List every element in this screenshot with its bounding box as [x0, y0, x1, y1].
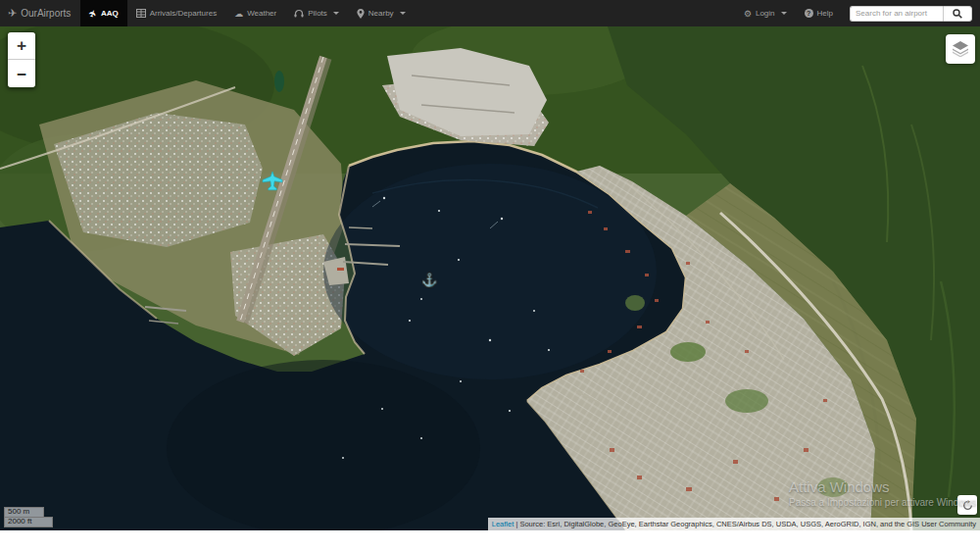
- page-bottom-whitespace: [0, 530, 980, 551]
- nav-weather-label: Weather: [247, 9, 276, 18]
- tab-aaq-label: AAQ: [101, 9, 119, 18]
- layers-icon: [952, 41, 969, 57]
- airplane-marker-icon: [261, 170, 284, 191]
- ourairports-logo-icon: ✈: [8, 7, 17, 20]
- brand-link[interactable]: ✈ OurAirports: [0, 0, 80, 26]
- nav-help[interactable]: ? Help: [796, 9, 842, 18]
- search-icon: [953, 9, 962, 19]
- anchorage-marker[interactable]: ⚓: [421, 274, 437, 286]
- map-canvas[interactable]: ⚓ + − 500 m 2000 ft Leaflet | Source: Es…: [0, 26, 980, 530]
- layers-control[interactable]: [946, 34, 975, 64]
- scale-metric: 500 m: [4, 507, 44, 517]
- nav-help-label: Help: [817, 9, 833, 18]
- nav-weather[interactable]: ☁ Weather: [225, 0, 285, 26]
- airport-search-group: [850, 6, 972, 22]
- table-icon: [136, 9, 146, 18]
- anchor-icon: ⚓: [421, 273, 437, 287]
- top-navbar: ✈ OurAirports ✈ AAQ Arrivals/Departures …: [0, 0, 980, 26]
- brand-label: OurAirports: [21, 8, 71, 19]
- nav-login-label: Login: [756, 9, 775, 18]
- chevron-down-icon: [400, 12, 406, 15]
- scale-imperial: 2000 ft: [4, 517, 53, 527]
- question-circle-icon: ?: [805, 9, 813, 18]
- zoom-out-button[interactable]: −: [8, 60, 35, 87]
- map-attribution: Leaflet | Source: Esri, DigitalGlobe, Ge…: [488, 518, 980, 530]
- airport-search-input[interactable]: [850, 6, 943, 22]
- search-button[interactable]: [943, 6, 972, 22]
- nav-pilots-label: Pilots: [308, 9, 327, 18]
- airport-marker[interactable]: [261, 170, 284, 195]
- refresh-control[interactable]: [957, 495, 977, 515]
- airplane-icon: ✈: [87, 8, 99, 19]
- attribution-text: | Source: Esri, DigitalGlobe, GeoEye, Ea…: [514, 520, 976, 528]
- tab-airport-aaq[interactable]: ✈ AAQ: [80, 0, 126, 26]
- scale-control: 500 m 2000 ft: [4, 507, 53, 527]
- headset-icon: [294, 9, 304, 19]
- navbar-right-group: ⚙ Login ? Help: [735, 0, 980, 26]
- satellite-imagery: [0, 26, 980, 530]
- leaflet-link[interactable]: Leaflet: [492, 520, 514, 528]
- nav-login[interactable]: ⚙ Login: [735, 9, 796, 19]
- ourairports-app: ✈ OurAirports ✈ AAQ Arrivals/Departures …: [0, 0, 980, 551]
- nav-nearby-label: Nearby: [368, 9, 394, 18]
- gear-icon: ⚙: [744, 9, 752, 19]
- nav-arrivals-departures[interactable]: Arrivals/Departures: [127, 0, 225, 26]
- map-marker-icon: [357, 9, 365, 19]
- nav-nearby[interactable]: Nearby: [348, 0, 415, 26]
- nav-arrivals-departures-label: Arrivals/Departures: [150, 9, 217, 18]
- cloud-icon: ☁: [234, 9, 243, 19]
- zoom-in-button[interactable]: +: [8, 32, 35, 60]
- refresh-icon: [962, 500, 973, 511]
- zoom-control: + −: [7, 31, 36, 88]
- chevron-down-icon: [781, 12, 787, 15]
- nav-pilots[interactable]: Pilots: [285, 0, 348, 26]
- chevron-down-icon: [333, 12, 339, 15]
